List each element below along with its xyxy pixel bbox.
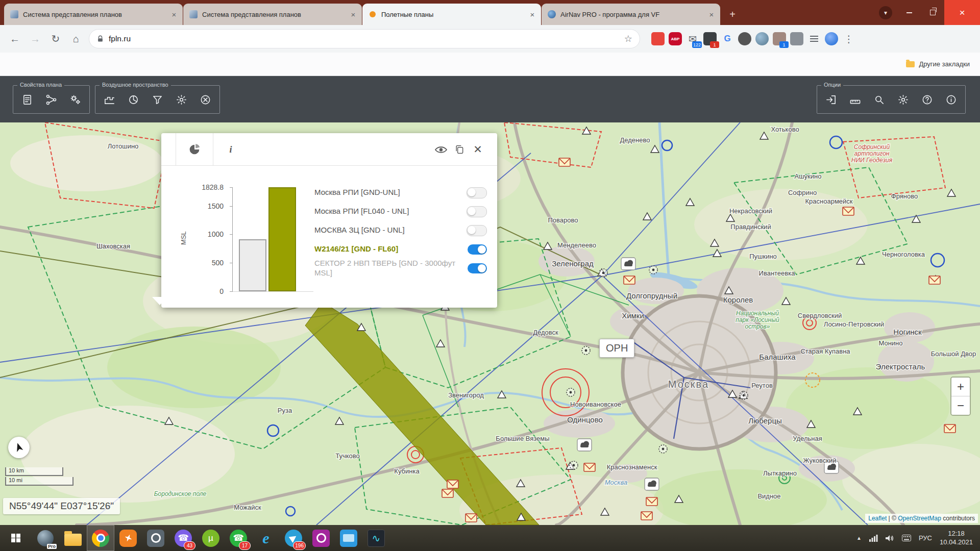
levels-icon[interactable] <box>104 94 115 106</box>
google-extension-icon[interactable]: G <box>721 32 734 45</box>
map-label: Балашиха <box>759 353 796 361</box>
map-label: Тучково <box>335 452 360 460</box>
address-bar[interactable]: fpln.ru ☆ <box>89 29 640 48</box>
airspace-row-label: W2146/21 [GND - FL60] <box>314 244 468 254</box>
mail-waypoint-icon <box>929 276 940 284</box>
navigation-app[interactable] <box>114 525 142 551</box>
browser-tab[interactable]: Полетные планы× <box>362 4 541 25</box>
clock[interactable]: 12:18 10.04.2021 <box>940 530 973 547</box>
box-extension-icon[interactable]: 1 <box>773 32 786 45</box>
browser-menu-icon[interactable]: ⋮ <box>842 32 855 45</box>
network-icon[interactable] <box>869 535 878 542</box>
bookmark-star-icon[interactable]: ☆ <box>624 33 632 44</box>
list-extension-icon[interactable] <box>807 32 821 45</box>
tray-time: 12:18 <box>940 530 973 538</box>
globe-extension-icon[interactable] <box>755 32 769 45</box>
close-popup-icon[interactable]: ✕ <box>471 133 485 166</box>
internet-explorer[interactable]: e <box>252 525 280 551</box>
airspace-visibility-toggle[interactable] <box>467 225 487 236</box>
chrome-browser[interactable] <box>87 525 114 551</box>
airspace-visibility-toggle[interactable] <box>468 244 487 255</box>
gears-icon[interactable] <box>69 94 81 106</box>
chart-tick-mark <box>230 291 233 292</box>
forward-button[interactable]: → <box>28 33 43 45</box>
system-tray: ▲ РУС 12:18 10.04.2021 <box>856 525 980 551</box>
map[interactable]: ЛотошиноШаховскаяРузаТучковоКубинкаМожай… <box>0 122 980 525</box>
close-window-button[interactable]: × <box>944 0 980 25</box>
file-explorer-icon <box>64 534 82 546</box>
airspace-visibility-toggle[interactable] <box>467 187 487 198</box>
profile-avatar-icon[interactable] <box>825 32 838 45</box>
point-marker-icon <box>740 391 748 399</box>
leaflet-link[interactable]: Leaflet <box>868 515 887 522</box>
camera-app[interactable] <box>307 525 335 551</box>
red-flag-extension-icon[interactable] <box>651 32 665 45</box>
visibility-eye-icon[interactable] <box>434 133 448 166</box>
cancel-icon[interactable] <box>200 94 211 106</box>
minimize-button[interactable] <box>897 0 921 25</box>
search-icon[interactable] <box>873 94 885 106</box>
help-icon[interactable] <box>921 94 933 106</box>
other-bookmarks-label[interactable]: Другие закладки <box>919 60 970 68</box>
home-button[interactable]: ⌂ <box>68 33 84 45</box>
file-explorer[interactable] <box>59 525 87 551</box>
airspace-visibility-toggle[interactable] <box>468 263 487 273</box>
copy-icon[interactable] <box>452 133 467 166</box>
ruler-icon[interactable] <box>849 94 861 106</box>
adblock-plus-extension-icon[interactable]: ABP <box>669 32 682 45</box>
tab-altitude-chart[interactable] <box>176 133 213 166</box>
tab-favicon <box>189 10 198 18</box>
new-tab-button[interactable]: + <box>725 7 740 22</box>
puzzle-extension-icon[interactable] <box>790 32 803 45</box>
osm-link[interactable]: OpenStreetMap <box>898 515 941 522</box>
airspace-row-label: СЕКТОР 2 НВП ТВЕРЬ [GND - 3000фут MSL] <box>314 259 468 278</box>
keyboard-icon[interactable] <box>902 535 911 541</box>
tab-close-icon[interactable]: × <box>349 10 358 19</box>
tab-close-icon[interactable]: × <box>528 10 537 19</box>
info-icon[interactable] <box>945 94 957 106</box>
utorrent[interactable]: µ <box>197 525 225 551</box>
zoom-out-button[interactable]: − <box>951 396 970 415</box>
tray-expand-icon[interactable]: ▲ <box>856 535 862 541</box>
browser-tab[interactable]: AirNav PRO - программа для VF× <box>542 4 720 25</box>
url-text[interactable]: fpln.ru <box>109 34 620 43</box>
browser-tab[interactable]: Система представления планов× <box>183 4 362 25</box>
zoom-in-button[interactable]: + <box>951 378 970 396</box>
mail-extension-icon[interactable]: ✉122 <box>686 32 699 45</box>
dark-extension-icon[interactable]: 1 <box>703 32 717 45</box>
language-indicator[interactable]: РУС <box>919 534 932 542</box>
telegram[interactable]: 196 <box>280 525 307 551</box>
restore-button[interactable] <box>921 0 944 25</box>
gear-icon[interactable] <box>897 94 909 106</box>
pie-icon[interactable] <box>128 94 139 106</box>
media-app[interactable] <box>335 525 362 551</box>
film-extension-icon[interactable] <box>738 32 751 45</box>
volume-icon[interactable] <box>886 535 894 542</box>
route-icon[interactable] <box>45 94 57 106</box>
map-label: Монино <box>878 339 902 347</box>
whatsapp[interactable]: ☎17 <box>225 525 252 551</box>
system-monitor[interactable]: ∿ <box>362 525 390 551</box>
locate-control[interactable] <box>8 437 30 458</box>
map-label: Можайск <box>234 504 261 511</box>
internet-pro-app[interactable]: Pro <box>32 525 59 551</box>
browser-profile-chevron[interactable]: ▾ <box>874 0 897 25</box>
map-label: СофринскийартполигонНИИ Геодезия <box>851 143 893 164</box>
tab-info[interactable]: i <box>212 133 249 166</box>
airspace-visibility-toggle[interactable] <box>467 206 487 217</box>
document-icon[interactable] <box>21 94 33 106</box>
filter-icon[interactable] <box>152 94 163 106</box>
gearx-icon[interactable] <box>176 94 187 106</box>
tab-close-icon[interactable]: × <box>169 10 179 19</box>
mail-waypoint-icon <box>944 424 955 433</box>
browser-tab[interactable]: Система представления планов× <box>4 4 183 25</box>
back-button[interactable]: ← <box>7 33 22 45</box>
map-label: Кубинка <box>394 467 420 475</box>
login-icon[interactable] <box>825 94 837 106</box>
screenshot-tool[interactable] <box>142 525 169 551</box>
tab-close-icon[interactable]: × <box>707 10 716 19</box>
orn-waypoint-label[interactable]: ОРН <box>599 339 634 358</box>
start-button[interactable] <box>0 525 32 551</box>
viber[interactable]: ☎43 <box>169 525 197 551</box>
reload-button[interactable]: ↻ <box>48 33 63 45</box>
